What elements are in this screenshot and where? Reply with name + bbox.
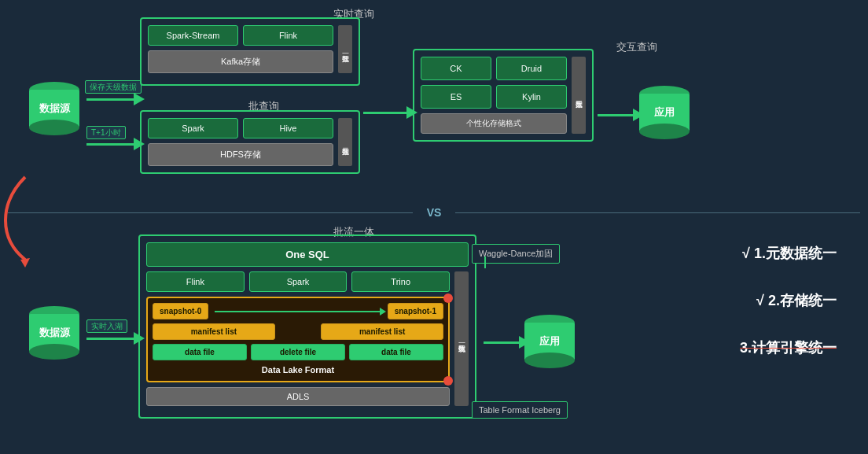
druid-btn: Druid	[496, 57, 567, 80]
apply-top: 应用	[635, 83, 693, 146]
spark-btn-bottom: Spark	[249, 271, 348, 292]
es-btn: ES	[421, 85, 491, 109]
arrow-t1	[86, 138, 145, 150]
main-diagram: 实时查询 交互查询 数据源 保存天级数据 T+1小时	[0, 0, 868, 454]
vs-divider: VS	[0, 206, 868, 219]
trino-btn: Trino	[351, 271, 450, 292]
realtime-query-box: Spark-Stream Flink Kafka存储 元数据一	[140, 17, 360, 86]
personalized-storage-btn: 个性化存储格式	[421, 113, 567, 134]
title-interactive: 交互查询	[616, 41, 657, 53]
interactive-query-box: CK Druid ES Kylin 个性化存储格式	[413, 49, 594, 142]
svg-text:应用: 应用	[653, 106, 675, 118]
arrow-to-interactive	[363, 106, 417, 119]
apply-bottom: 应用	[520, 312, 579, 375]
datasource-bottom: 数据源	[25, 303, 83, 366]
meta3-label: 元数据三	[572, 57, 586, 134]
svg-text:数据源: 数据源	[39, 102, 71, 114]
arrow-realtime-lake	[86, 332, 145, 345]
iceberg-section: snapshot-0 snapshot-1 manifest list	[146, 297, 450, 382]
point1-text: √ 1.元数据统一	[742, 244, 837, 263]
kylin-btn: Kylin	[496, 85, 567, 109]
flink-btn-bottom: Flink	[146, 271, 245, 292]
spark-stream-btn: Spark-Stream	[148, 25, 238, 46]
adls-bar: ADLS	[146, 387, 450, 406]
data-file2-btn: data file	[349, 344, 443, 360]
datasource-top: 数据源	[25, 79, 83, 142]
point2-text: √ 2.存储统一	[756, 291, 837, 310]
red-curved-arrow	[2, 173, 49, 271]
kafka-storage-btn: Kafka存储	[148, 50, 333, 73]
svg-point-2	[29, 120, 79, 135]
snapshot0-btn: snapshot-0	[153, 303, 208, 319]
manifest-list1-btn: manifest list	[153, 323, 275, 340]
label-t1: T+1小时	[86, 124, 126, 138]
point3-text: 3.计算引擎统一	[740, 338, 837, 357]
table-format-tooltip: Table Format Iceberg	[472, 401, 568, 419]
vs-text: VS	[421, 206, 448, 219]
hive-btn: Hive	[243, 118, 333, 138]
label-save-sky: 保存天级数据	[85, 79, 142, 93]
ck-btn: CK	[421, 57, 491, 80]
svg-text:应用: 应用	[539, 335, 560, 347]
red-dot-bottom	[443, 376, 453, 386]
data-file1-btn: data file	[153, 344, 247, 360]
arrow-save-sky	[86, 93, 145, 105]
meta1-label: 元数据一	[338, 25, 352, 73]
flink-btn-top: Flink	[243, 25, 333, 46]
unified-meta-label: 统一元数据	[454, 271, 469, 406]
spark-btn: Spark	[148, 118, 238, 138]
svg-text:数据源: 数据源	[39, 327, 71, 338]
meta2-label: 元数据二	[338, 118, 352, 166]
batch-query-box: Spark Hive HDFS存储 元数据二	[140, 110, 360, 174]
label-realtime-lake: 实时入湖	[86, 318, 127, 332]
bottom-main-box: One SQL Flink Spark Trino	[138, 234, 476, 419]
svg-marker-8	[20, 258, 30, 268]
svg-point-6	[639, 124, 690, 139]
one-sql-btn: One SQL	[146, 242, 469, 267]
red-dot-top	[443, 293, 453, 303]
delete-file-btn: delete file	[251, 344, 345, 360]
snapshot1-btn: snapshot-1	[388, 303, 443, 319]
svg-point-15	[524, 352, 575, 368]
hdfs-storage-btn: HDFS存储	[148, 143, 333, 166]
manifest-list2-btn: manifest list	[321, 323, 443, 340]
data-lake-format-label: Data Lake Format	[153, 364, 443, 376]
svg-point-11	[29, 344, 79, 360]
